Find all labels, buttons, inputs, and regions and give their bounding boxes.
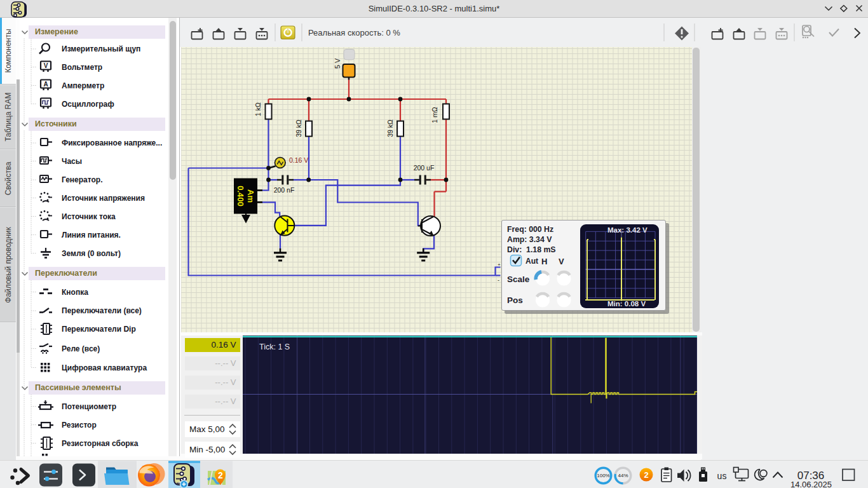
svg-text:H: H	[541, 257, 547, 266]
svg-text:0.400: 0.400	[236, 186, 245, 207]
svg-text:Am: Am	[246, 189, 255, 203]
svg-text:200 uF: 200 uF	[414, 164, 435, 172]
svg-text:2: 2	[644, 470, 648, 479]
svg-text:2: 2	[218, 470, 223, 480]
svg-text:+: +	[498, 262, 501, 268]
svg-text:Реальная скорость: 0 %: Реальная скорость: 0 %	[308, 28, 400, 37]
svg-text:1 mΩ: 1 mΩ	[431, 107, 438, 123]
svg-text:Min: 0.08 V: Min: 0.08 V	[607, 300, 646, 308]
svg-text:-: -	[498, 277, 499, 283]
svg-text:200 nF: 200 nF	[274, 186, 295, 194]
svg-text:100%: 100%	[597, 473, 609, 478]
svg-text:us: us	[717, 470, 727, 480]
svg-text:A: A	[43, 80, 48, 87]
svg-text:Tick: 1 S: Tick: 1 S	[259, 342, 290, 351]
svg-text:39 kΩ: 39 kΩ	[386, 119, 394, 137]
svg-text:5 V: 5 V	[334, 58, 341, 69]
svg-text:1 kΩ: 1 kΩ	[254, 102, 262, 116]
svg-text:0.16 V: 0.16 V	[289, 156, 308, 164]
svg-text:V: V	[559, 257, 564, 266]
svg-text:44%: 44%	[618, 473, 628, 478]
svg-text:Scale: Scale	[507, 274, 530, 283]
svg-text:39 kΩ: 39 kΩ	[295, 119, 302, 137]
svg-text:Max: 3.42 V: Max: 3.42 V	[607, 226, 648, 233]
svg-text:14.06.2025: 14.06.2025	[790, 480, 832, 488]
svg-text:V: V	[44, 62, 48, 69]
svg-text:Pos: Pos	[507, 295, 523, 305]
svg-text:Aut: Aut	[526, 257, 538, 266]
